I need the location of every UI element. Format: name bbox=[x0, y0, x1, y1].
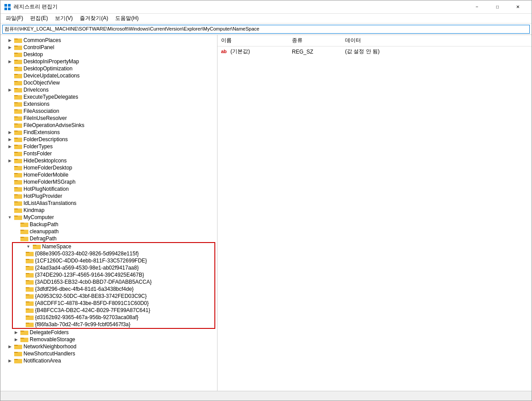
tree-item[interactable]: FontsFolder bbox=[0, 150, 217, 157]
tree-item[interactable]: {3dfdf296-dbec-4fb4-81d1-6a3438bcf4de} bbox=[13, 285, 214, 293]
tree-label: {f86fa3ab-70d2-4fc7-9c99-fcbf05467f3a} bbox=[35, 321, 131, 328]
menu-edit[interactable]: 편집(E) bbox=[27, 14, 51, 23]
folder-icon bbox=[14, 200, 22, 206]
expand-icon[interactable]: ▶ bbox=[7, 136, 13, 143]
menu-favorites[interactable]: 즐겨찾기(A) bbox=[76, 14, 112, 23]
status-bar bbox=[0, 391, 532, 401]
expand-icon[interactable]: ▶ bbox=[7, 358, 13, 364]
tree-item[interactable]: ▶ FolderTypes bbox=[0, 143, 217, 150]
tree-label: HotPlugProvider bbox=[23, 193, 62, 199]
folder-icon bbox=[20, 235, 28, 242]
tree-item[interactable]: ▶ DriveIcons bbox=[0, 86, 217, 93]
tree-label: {088e3905-0323-4b02-9826-5d99428e115f} bbox=[35, 251, 139, 257]
expand-icon[interactable]: ▶ bbox=[7, 343, 13, 350]
maximize-button[interactable]: □ bbox=[487, 0, 508, 14]
tree-item[interactable]: BackupPath bbox=[0, 221, 217, 228]
close-button[interactable]: ✕ bbox=[508, 0, 528, 14]
expand-icon[interactable]: ▶ bbox=[7, 87, 13, 93]
folder-icon bbox=[14, 87, 22, 93]
expand-icon[interactable]: ▼ bbox=[25, 243, 31, 250]
tree-item[interactable]: NewShortcutHandlers bbox=[0, 350, 217, 357]
svg-rect-103 bbox=[14, 209, 22, 213]
folder-icon bbox=[14, 94, 22, 100]
expand-icon[interactable]: ▶ bbox=[13, 336, 19, 343]
address-input[interactable] bbox=[2, 25, 530, 34]
expand-icon[interactable]: ▶ bbox=[13, 329, 19, 335]
tree-item[interactable]: ▶ NotificationArea bbox=[0, 357, 217, 364]
tree-item[interactable]: ExecuteTypeDelegates bbox=[0, 93, 217, 100]
tree-label: {B4BFCC3A-DB2C-424C-B029-7FE99A87C641} bbox=[35, 307, 150, 313]
tree-item[interactable]: Desktop bbox=[0, 51, 217, 58]
svg-rect-167 bbox=[26, 324, 34, 327]
tree-item[interactable]: ▼ MyComputer bbox=[0, 214, 217, 221]
minimize-button[interactable]: − bbox=[467, 0, 487, 14]
svg-rect-2 bbox=[4, 8, 7, 10]
tree-item[interactable]: ▶ NetworkNeighborhood bbox=[0, 343, 217, 350]
folder-icon bbox=[26, 314, 34, 320]
tree-item[interactable]: DeviceUpdateLocations bbox=[0, 72, 217, 79]
expand-icon[interactable]: ▼ bbox=[7, 214, 13, 220]
tree-item[interactable]: HomeFolderDesktop bbox=[0, 164, 217, 171]
detail-row[interactable]: ab (기본값) REG_SZ (값 설정 안 됨) bbox=[217, 46, 532, 57]
expand-icon[interactable]: ▶ bbox=[7, 129, 13, 135]
tree-item[interactable]: ▶ DelegateFolders bbox=[0, 329, 217, 336]
expand-icon[interactable]: ▶ bbox=[7, 158, 13, 164]
tree-label: HideDesktopIcons bbox=[23, 158, 66, 164]
expand-icon[interactable]: ▶ bbox=[7, 143, 13, 150]
folder-icon bbox=[20, 336, 28, 343]
tree-item[interactable]: DefragPath bbox=[0, 235, 217, 242]
tree-item[interactable]: IdListAliasTranslations bbox=[0, 200, 217, 207]
tree-item[interactable]: {1CF1260C-4DD0-4ebb-811F-33C572699FDE} bbox=[13, 257, 214, 264]
tree-item[interactable]: Extensions bbox=[0, 100, 217, 108]
folder-icon bbox=[14, 214, 22, 220]
tree-item[interactable]: {088e3905-0323-4b02-9826-5d99428e115f} bbox=[13, 250, 214, 257]
tree-item[interactable]: {A0953C92-50DC-43bf-BE83-3742FED03C9C} bbox=[13, 293, 214, 300]
svg-rect-0 bbox=[4, 4, 7, 7]
tree-item[interactable]: ▶ FolderDescriptions bbox=[0, 136, 217, 143]
tree-item[interactable]: ▼ NameSpace bbox=[13, 243, 214, 250]
svg-rect-183 bbox=[14, 353, 22, 356]
tree-item[interactable]: ▶ ControlPanel bbox=[0, 44, 217, 51]
tree-item[interactable]: ▶ RemovableStorage bbox=[0, 336, 217, 343]
tree-item[interactable]: ▶ HideDesktopIcons bbox=[0, 157, 217, 164]
tree-pane[interactable]: ▶ CommonPlaces▶ ControlPanel Desktop▶ De… bbox=[0, 35, 217, 391]
tree-item[interactable]: DocObjectView bbox=[0, 79, 217, 86]
expand-icon[interactable]: ▶ bbox=[7, 58, 13, 65]
menu-view[interactable]: 보기(V) bbox=[51, 14, 76, 23]
tree-item[interactable]: Kindmap bbox=[0, 207, 217, 214]
menu-help[interactable]: 도움말(H) bbox=[112, 14, 142, 23]
tree-label: DesktopOptimization bbox=[23, 66, 73, 72]
tree-label: cleanuppath bbox=[30, 228, 58, 235]
tree-item[interactable]: {A8CDFF1C-4878-43be-B5FD-F8091C1C60D0} bbox=[13, 300, 214, 307]
menu-file[interactable]: 파일(F) bbox=[2, 14, 27, 23]
tree-item[interactable]: DesktopOptimization bbox=[0, 65, 217, 72]
folder-icon bbox=[26, 258, 34, 264]
expand-icon[interactable]: ▶ bbox=[7, 44, 13, 50]
tree-item[interactable]: ▶ DesktopIniPropertyMap bbox=[0, 58, 217, 65]
tree-item[interactable]: HomeFolderMSGraph bbox=[0, 178, 217, 185]
tree-label: Extensions bbox=[23, 101, 50, 107]
svg-rect-187 bbox=[14, 360, 22, 363]
tree-item[interactable]: cleanuppath bbox=[0, 228, 217, 235]
tree-item[interactable]: {374DE290-123F-4565-9164-39C4925E467B} bbox=[13, 271, 214, 278]
expand-icon[interactable]: ▶ bbox=[7, 37, 13, 43]
tree-item[interactable]: HotPlugNotification bbox=[0, 185, 217, 193]
tree-label: FindExtensions bbox=[23, 129, 60, 135]
tree-item[interactable]: HomeFolderMobile bbox=[0, 171, 217, 178]
tree-item[interactable]: FileAssociation bbox=[0, 108, 217, 115]
tree-item[interactable]: {24ad3ad4-a569-4530-98e1-ab02f9417aa8} bbox=[13, 264, 214, 271]
tree-item[interactable]: {B4BFCC3A-DB2C-424C-B029-7FE99A87C641} bbox=[13, 307, 214, 314]
tree-item[interactable]: {d3162b92-9365-467a-956b-92703aca08af} bbox=[13, 314, 214, 321]
tree-item[interactable]: FileOperationAdviseSinks bbox=[0, 122, 217, 129]
tree-item[interactable]: ▶ FindExtensions bbox=[0, 129, 217, 136]
tree-item[interactable]: {f86fa3ab-70d2-4fc7-9c99-fcbf05467f3a} bbox=[13, 321, 214, 328]
svg-rect-47 bbox=[14, 110, 22, 114]
folder-icon bbox=[14, 351, 22, 357]
tree-label: {374DE290-123F-4565-9164-39C4925E467B} bbox=[35, 272, 144, 278]
tree-label: NotificationArea bbox=[23, 358, 61, 364]
tree-item[interactable]: ▶ CommonPlaces bbox=[0, 37, 217, 44]
tree-item[interactable]: HotPlugProvider bbox=[0, 193, 217, 200]
tree-item[interactable]: FileInUseResolver bbox=[0, 115, 217, 122]
svg-rect-39 bbox=[14, 96, 22, 100]
tree-item[interactable]: {3ADD1653-EB32-4cb0-BBD7-DFA0ABB5ACCA} bbox=[13, 278, 214, 285]
